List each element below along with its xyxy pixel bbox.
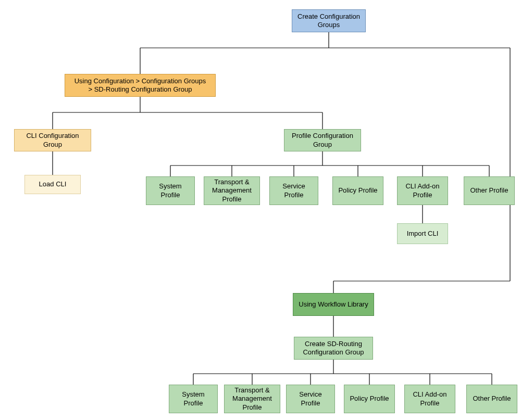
node-using-workflow-library: Using Workflow Library: [293, 293, 374, 316]
node-profiles2-cli-addon: CLI Add-onProfile: [404, 385, 455, 413]
node-profiles1-transport: Transport &ManagementProfile: [204, 176, 260, 205]
node-profiles1-other: Other Profile: [464, 176, 515, 205]
node-import-cli: Import CLI: [397, 223, 448, 244]
connector-lines: [0, 0, 521, 420]
node-profiles1-policy: Policy Profile: [332, 176, 383, 205]
node-profiles1-service: ServiceProfile: [269, 176, 318, 205]
node-profiles2-service: ServiceProfile: [286, 385, 335, 413]
node-profiles2-policy: Policy Profile: [344, 385, 395, 413]
node-load-cli: Load CLI: [24, 175, 81, 194]
node-create-sd-routing-group: Create SD-RoutingConfiguration Group: [294, 337, 373, 360]
node-profiles1-system: SystemProfile: [146, 176, 195, 205]
node-using-configuration-path: Using Configuration > Configuration Grou…: [65, 74, 216, 97]
node-cli-configuration-group: CLI ConfigurationGroup: [14, 129, 91, 151]
node-profile-configuration-group: Profile ConfigurationGroup: [284, 129, 361, 151]
node-profiles2-other: Other Profile: [466, 385, 517, 413]
node-profiles2-system: SystemProfile: [169, 385, 218, 413]
node-create-configuration-groups: Create ConfigurationGroups: [292, 9, 366, 32]
node-profiles2-transport: Transport &ManagementProfile: [224, 385, 280, 413]
node-profiles1-cli-addon: CLI Add-onProfile: [397, 176, 448, 205]
